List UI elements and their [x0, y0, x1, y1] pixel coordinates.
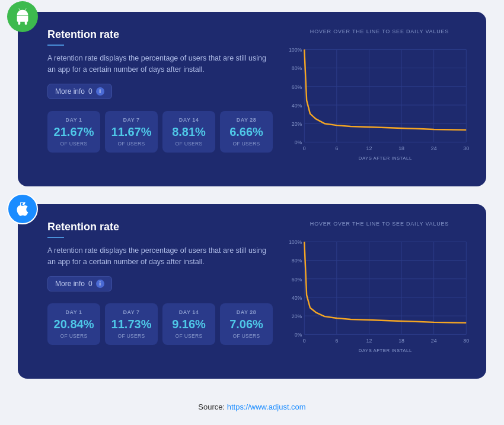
android-metric-day14-label: DAY 14: [179, 117, 199, 123]
svg-text:60%: 60%: [292, 277, 302, 283]
svg-text:80%: 80%: [292, 65, 302, 71]
source-link[interactable]: https://www.adjust.com: [227, 402, 306, 411]
ios-metric-day7-label: DAY 7: [123, 309, 139, 315]
svg-text:18: 18: [398, 145, 404, 151]
ios-metric-day1: DAY 1 20.84% OF USERS: [47, 303, 100, 345]
android-metric-day7-sublabel: OF USERS: [118, 141, 145, 147]
ios-more-info-label: More info: [55, 280, 85, 288]
svg-text:40%: 40%: [292, 103, 302, 109]
android-metric-day1-value: 21.67%: [54, 125, 94, 139]
android-metric-day28-label: DAY 28: [237, 117, 257, 123]
android-card-right: HOVER OVER THE LINE TO SEE DAILY VALUES: [287, 28, 472, 172]
svg-text:12: 12: [366, 338, 372, 344]
svg-text:100%: 100%: [289, 239, 302, 245]
svg-text:0%: 0%: [295, 139, 302, 145]
ios-metric-day1-label: DAY 1: [65, 309, 82, 315]
source-label: Source:: [198, 402, 225, 411]
source-line: Source: https://www.adjust.com: [198, 402, 305, 411]
android-metric-day28-sublabel: OF USERS: [233, 141, 260, 147]
ios-platform-icon: : [7, 194, 38, 224]
ios-card-wrapper:  Retention rate A retention rate displa…: [18, 204, 486, 379]
svg-text:100%: 100%: [289, 47, 302, 53]
android-metric-day7-label: DAY 7: [123, 117, 139, 123]
info-icon: i: [96, 87, 104, 96]
android-metric-day1-label: DAY 1: [65, 117, 82, 123]
android-more-info-label: More info: [55, 87, 85, 96]
ios-metric-day14-value: 9.16%: [172, 318, 206, 331]
android-metric-day28-value: 6.66%: [229, 125, 263, 139]
ios-metrics-row: DAY 1 20.84% OF USERS DAY 7 11.73% OF US…: [47, 303, 273, 345]
android-card-left: Retention rate A retention rate displays…: [47, 28, 273, 172]
android-card-title: Retention rate: [47, 28, 273, 41]
ios-metric-day1-sublabel: OF USERS: [60, 333, 88, 339]
ios-card-right: HOVER OVER THE LINE TO SEE DAILY VALUES: [287, 221, 472, 364]
android-card-description: A retention rate displays the percentage…: [47, 53, 273, 75]
android-metric-day28: DAY 28 6.66% OF USERS: [220, 111, 273, 153]
svg-text:DAYS AFTER INSTALL: DAYS AFTER INSTALL: [359, 348, 412, 353]
android-metrics-row: DAY 1 21.67% OF USERS DAY 7 11.67% OF US…: [47, 111, 273, 153]
android-more-info-count: 0: [88, 87, 92, 96]
ios-metric-day7-value: 11.73%: [111, 318, 152, 331]
ios-metric-day28-label: DAY 28: [237, 309, 257, 315]
svg-text:DAYS AFTER INSTALL: DAYS AFTER INSTALL: [359, 156, 412, 161]
svg-text:20%: 20%: [292, 121, 302, 127]
svg-text:60%: 60%: [292, 84, 302, 90]
ios-chart: 100% 80% 60% 40% 20% 0% 0 6 12 18 24 30 …: [287, 231, 472, 362]
ios-metric-day28-value: 7.06%: [229, 318, 263, 331]
ios-card-left: Retention rate A retention rate displays…: [47, 221, 273, 364]
android-platform-icon: [7, 1, 38, 32]
ios-title-underline: [47, 237, 64, 238]
android-metric-day7: DAY 7 11.67% OF USERS: [105, 111, 158, 153]
ios-card-description: A retention rate displays the percentage…: [47, 245, 273, 268]
ios-chart-container: 100% 80% 60% 40% 20% 0% 0 6 12 18 24 30 …: [287, 231, 472, 364]
android-card: Retention rate A retention rate displays…: [18, 12, 486, 186]
android-metric-day1-sublabel: OF USERS: [60, 141, 88, 147]
ios-card-title: Retention rate: [47, 221, 273, 233]
ios-more-info-count: 0: [88, 280, 92, 288]
svg-text:40%: 40%: [292, 295, 302, 301]
svg-text:6: 6: [335, 145, 338, 151]
android-chart-container: 100% 80% 60% 40% 20% 0% 0 6 12 18 24 30 …: [287, 39, 472, 172]
ios-info-icon: i: [96, 280, 104, 288]
ios-metric-day14-sublabel: OF USERS: [176, 333, 203, 339]
svg-text:18: 18: [398, 338, 404, 344]
ios-metric-day1-value: 20.84%: [54, 318, 94, 331]
ios-metric-day14: DAY 14 9.16% OF USERS: [162, 303, 215, 345]
android-metric-day14-value: 8.81%: [172, 125, 206, 139]
ios-metric-day28-sublabel: OF USERS: [233, 333, 260, 339]
android-metric-day14: DAY 14 8.81% OF USERS: [162, 111, 215, 153]
android-chart: 100% 80% 60% 40% 20% 0% 0 6 12 18 24 30 …: [287, 39, 472, 170]
ios-metric-day14-label: DAY 14: [179, 309, 199, 315]
android-metric-day14-sublabel: OF USERS: [176, 141, 203, 147]
svg-text:80%: 80%: [292, 258, 302, 264]
ios-chart-hint: HOVER OVER THE LINE TO SEE DAILY VALUES: [287, 221, 472, 227]
svg-text:0: 0: [303, 145, 306, 151]
android-card-wrapper: Retention rate A retention rate displays…: [18, 12, 486, 186]
android-chart-hint: HOVER OVER THE LINE TO SEE DAILY VALUES: [287, 28, 472, 34]
android-metric-day7-value: 11.67%: [111, 125, 152, 139]
ios-metric-day28: DAY 28 7.06% OF USERS: [220, 303, 273, 345]
svg-text:6: 6: [335, 338, 338, 344]
svg-text:0%: 0%: [295, 332, 302, 338]
ios-metric-day7: DAY 7 11.73% OF USERS: [105, 303, 158, 345]
svg-text:24: 24: [431, 145, 437, 151]
ios-metric-day7-sublabel: OF USERS: [118, 333, 145, 339]
ios-more-info-button[interactable]: More info 0 i: [47, 276, 112, 291]
android-more-info-button[interactable]: More info 0 i: [47, 84, 112, 99]
svg-text:0: 0: [303, 338, 306, 344]
svg-text:30: 30: [463, 145, 469, 151]
android-metric-day1: DAY 1 21.67% OF USERS: [47, 111, 100, 153]
svg-text:20%: 20%: [292, 313, 302, 319]
svg-text:30: 30: [463, 338, 469, 344]
svg-text:12: 12: [366, 145, 372, 151]
svg-text:24: 24: [431, 338, 437, 344]
android-title-underline: [47, 45, 64, 46]
ios-card: Retention rate A retention rate displays…: [18, 204, 486, 379]
